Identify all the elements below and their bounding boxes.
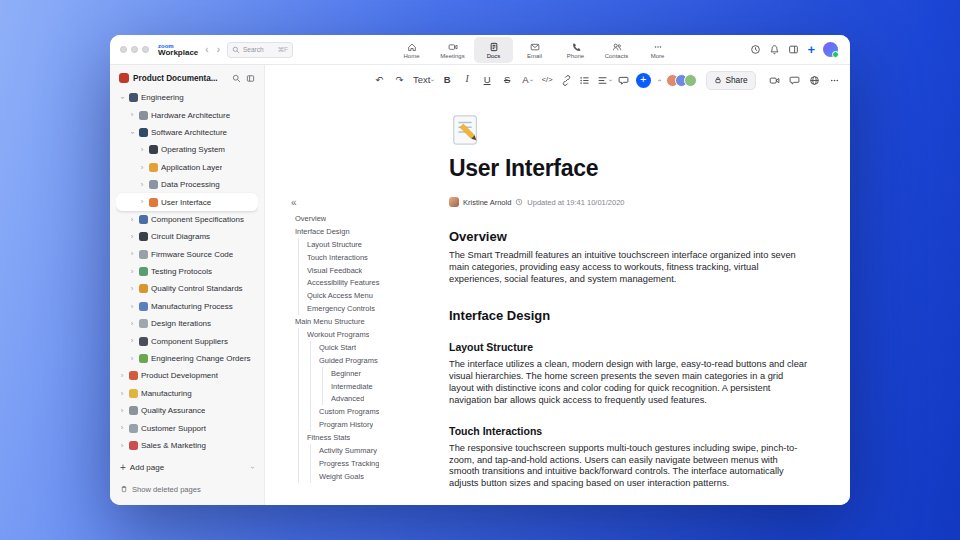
sidebar-page-item[interactable]: › Operating System <box>116 141 258 158</box>
collapse-outline-button[interactable]: « <box>291 198 415 208</box>
chevron-icon[interactable]: › <box>118 407 126 415</box>
underline-button[interactable]: U <box>481 71 494 89</box>
outline-item[interactable]: Layout Structure <box>289 238 415 251</box>
sidebar-page-item[interactable]: › Customer Support <box>116 419 258 436</box>
back-button[interactable]: ‹ <box>204 45 209 55</box>
chevron-icon[interactable]: › <box>138 181 146 189</box>
share-button[interactable]: Share <box>706 71 755 90</box>
show-deleted-pages-button[interactable]: Show deleted pages <box>116 481 258 497</box>
sidebar-page-item[interactable]: › Quality Assurance <box>116 402 258 419</box>
tab-contacts[interactable]: Contacts <box>597 37 636 63</box>
more-dots-icon[interactable] <box>829 75 840 86</box>
author-avatar[interactable] <box>449 197 459 207</box>
chevron-icon[interactable]: › <box>128 250 136 258</box>
side-panel-icon[interactable] <box>788 44 799 55</box>
chevron-icon[interactable]: › <box>128 285 136 293</box>
sidebar-page-item[interactable]: › Circuit Diagrams <box>116 228 258 245</box>
tab-home[interactable]: Home <box>392 37 431 63</box>
link-icon[interactable] <box>561 75 572 86</box>
tab-phone[interactable]: Phone <box>556 37 595 63</box>
outline-item[interactable]: Workout Programs <box>289 328 415 341</box>
align-dropdown[interactable]: › <box>597 71 611 89</box>
global-search-input[interactable]: Search ⌘F <box>227 42 293 58</box>
chevron-icon[interactable]: › <box>128 111 136 119</box>
sidebar-page-item[interactable]: › Firmware Source Code <box>116 246 258 263</box>
comment-icon[interactable] <box>618 75 629 86</box>
tab-more[interactable]: More <box>638 37 677 63</box>
outline-item[interactable]: Quick Start <box>289 341 415 354</box>
chevron-icon[interactable]: › <box>128 216 136 224</box>
minimize-window-button[interactable] <box>131 46 138 53</box>
search-icon[interactable] <box>232 74 241 83</box>
outline-item[interactable]: Interface Design <box>289 225 415 238</box>
chevron-icon[interactable]: › <box>128 320 136 328</box>
outline-item[interactable]: Accessibility Features <box>289 276 415 289</box>
chevron-icon[interactable]: › <box>118 442 126 450</box>
chat-icon[interactable] <box>789 75 800 86</box>
outline-item[interactable]: Weight Goals <box>289 470 415 483</box>
bold-button[interactable]: B <box>441 71 454 89</box>
outline-item[interactable]: Quick Access Menu <box>289 289 415 302</box>
sidebar-page-item[interactable]: › Component Suppliers <box>116 332 258 349</box>
tab-meetings[interactable]: Meetings <box>433 37 472 63</box>
workspace-header[interactable]: Product Documenta... <box>116 70 258 86</box>
strikethrough-button[interactable]: S <box>501 71 514 89</box>
sidebar-page-item[interactable]: › Sales & Marketing <box>116 437 258 454</box>
chevron-icon[interactable]: › <box>128 337 136 345</box>
maximize-window-button[interactable] <box>142 46 149 53</box>
new-item-button[interactable]: + <box>807 43 815 56</box>
tab-docs[interactable]: Docs <box>474 37 513 63</box>
sidebar-page-item[interactable]: › Hardware Architecture <box>116 106 258 123</box>
user-avatar[interactable] <box>823 42 838 57</box>
outline-item[interactable]: Advanced <box>289 392 415 405</box>
outline-item[interactable]: Progress Tracking <box>289 457 415 470</box>
add-page-button[interactable]: + Add page › <box>116 458 258 477</box>
chevron-icon[interactable]: › <box>138 146 146 154</box>
outline-item[interactable]: Custom Programs <box>289 405 415 418</box>
chevron-icon[interactable]: › <box>128 128 136 136</box>
insert-block-button[interactable]: + <box>636 73 651 88</box>
sidebar-page-item[interactable]: › Application Layer <box>116 159 258 176</box>
italic-button[interactable]: I <box>461 71 474 89</box>
forward-button[interactable]: › <box>216 45 221 55</box>
chevron-icon[interactable]: › <box>128 233 136 241</box>
outline-item[interactable]: Visual Feedback <box>289 264 415 277</box>
sidebar-page-item[interactable]: › Component Specifications <box>116 211 258 228</box>
clock-icon[interactable] <box>750 44 761 55</box>
code-button[interactable]: </> <box>541 71 554 89</box>
sidebar-page-item[interactable]: › Manufacturing <box>116 385 258 402</box>
outline-item[interactable]: Intermediate <box>289 380 415 393</box>
sidebar-page-item[interactable]: › Product Development <box>116 367 258 384</box>
chevron-icon[interactable]: › <box>138 164 146 172</box>
memo-emoji-icon[interactable] <box>449 113 483 147</box>
chevron-icon[interactable]: › <box>128 268 136 276</box>
sidebar-page-item[interactable]: › Testing Protocols <box>116 263 258 280</box>
sidebar-page-item[interactable]: › Design Iterations <box>116 315 258 332</box>
chevron-icon[interactable]: › <box>118 424 126 432</box>
bell-icon[interactable] <box>769 44 780 55</box>
sidebar-page-item[interactable]: › Data Processing <box>116 176 258 193</box>
chevron-down-icon[interactable]: › <box>248 466 257 469</box>
chevron-icon[interactable]: › <box>128 355 136 363</box>
text-color-dropdown[interactable]: A› <box>521 71 534 89</box>
outline-item[interactable]: Overview <box>289 212 415 225</box>
chevron-icon[interactable]: › <box>118 390 126 398</box>
collaborator-avatar[interactable] <box>684 74 697 87</box>
sidebar-page-item[interactable]: › Quality Control Standards <box>116 280 258 297</box>
outline-item[interactable]: Guided Programs <box>289 354 415 367</box>
chevron-icon[interactable]: › <box>128 303 136 311</box>
outline-item[interactable]: Emergency Controls <box>289 302 415 315</box>
collapse-sidebar-icon[interactable] <box>246 74 255 83</box>
close-window-button[interactable] <box>120 46 127 53</box>
undo-button[interactable]: ↶ <box>373 71 386 89</box>
chevron-icon[interactable]: › <box>118 372 126 380</box>
outline-item[interactable]: Main Menu Structure <box>289 315 415 328</box>
outline-item[interactable]: Fitness Stats <box>289 431 415 444</box>
chevron-icon[interactable]: › <box>138 198 146 206</box>
sidebar-page-item[interactable]: › User Interface <box>116 193 258 210</box>
redo-button[interactable]: ↷ <box>393 71 406 89</box>
globe-icon[interactable] <box>809 75 820 86</box>
outline-item[interactable]: Beginner <box>289 367 415 380</box>
chevron-icon[interactable]: › <box>118 94 126 102</box>
video-camera-icon[interactable] <box>769 75 780 86</box>
